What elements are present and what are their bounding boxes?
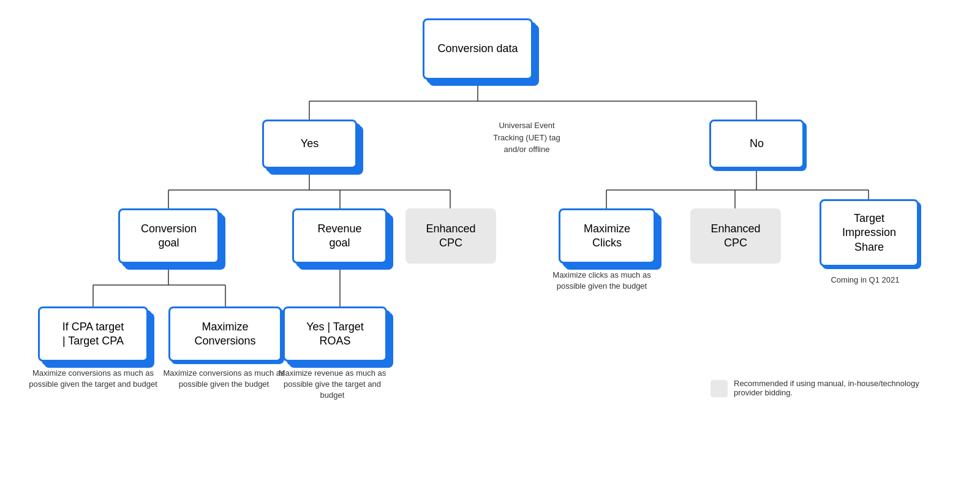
node-no: No [709, 120, 804, 169]
diagram: Conversion data Yes Universal EventTrack… [0, 0, 980, 483]
sub-text-maximize-clicks: Maximize clicks as much as possible give… [545, 270, 658, 292]
node-conversion-data: Conversion data [423, 18, 533, 80]
node-enhanced-cpc-yes: EnhancedCPC [405, 208, 496, 264]
node-if-cpa: If CPA target| Target CPA [38, 306, 148, 362]
legend-text: Recommended if using manual, in-house/te… [734, 379, 943, 397]
sub-text-roas: Maximize revenue as much as possible giv… [276, 368, 389, 401]
node-yes: Yes [262, 120, 357, 169]
node-maximize-conversions: MaximizeConversions [168, 306, 282, 362]
node-target-impression-share: TargetImpressionShare [820, 199, 919, 267]
node-revenue-goal: Revenuegoal [292, 208, 387, 264]
legend: Recommended if using manual, in-house/te… [710, 379, 943, 397]
node-maximize-clicks: MaximizeClicks [559, 208, 655, 264]
node-conversion-goal: Conversiongoal [118, 208, 219, 264]
sub-text-if-cpa: Maximize conversions as much as possible… [26, 368, 160, 390]
sub-text-target-impression: Coming in Q1 2021 [809, 275, 922, 286]
node-enhanced-cpc-no: EnhancedCPC [690, 208, 781, 264]
legend-box [710, 380, 728, 397]
uet-label: Universal EventTracking (UET) tagand/or … [478, 120, 576, 156]
node-yes-target-roas: Yes | TargetROAS [283, 306, 387, 362]
sub-text-maximize-conv: Maximize conversions as much as possible… [158, 368, 290, 390]
